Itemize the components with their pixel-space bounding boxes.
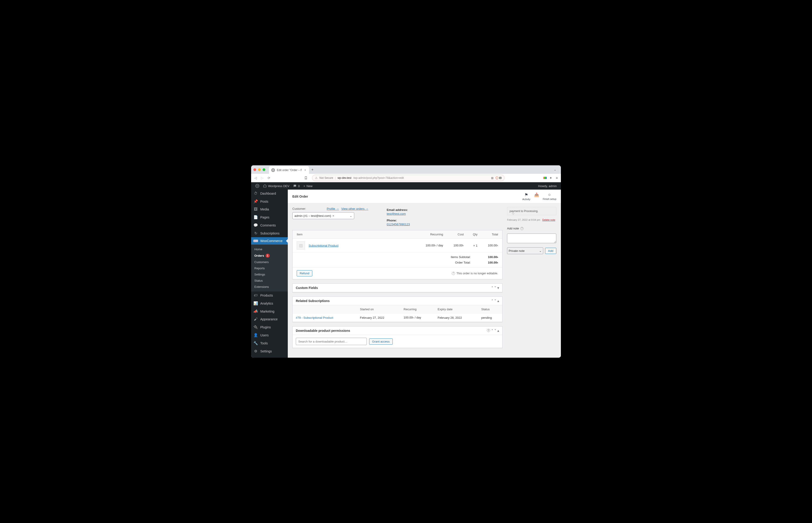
- add-note-button[interactable]: Add: [545, 248, 556, 254]
- delete-note-link[interactable]: Delete note: [542, 218, 555, 221]
- profile-link[interactable]: Profile →: [327, 207, 339, 211]
- sidebar-item-plugins[interactable]: 🔌Plugins: [251, 323, 288, 331]
- refund-button[interactable]: Refund: [297, 270, 312, 276]
- shield-icon[interactable]: 1: [495, 176, 501, 180]
- url-host: wp-dev.test: [337, 176, 351, 180]
- reload-button[interactable]: ⟳: [267, 175, 271, 181]
- forward-button[interactable]: ▷: [260, 175, 264, 181]
- extension-1-icon[interactable]: [544, 177, 547, 179]
- minimize-window-button[interactable]: [258, 168, 261, 171]
- sidebar-item-comments[interactable]: 💬Comments: [251, 221, 288, 229]
- sidebar-item-subscriptions[interactable]: ↻Subscriptions: [251, 229, 288, 237]
- qr-icon[interactable]: ▦: [491, 176, 494, 180]
- sidebar-item-users[interactable]: 👤Users: [251, 331, 288, 339]
- refresh-icon: ↻: [253, 231, 258, 235]
- clear-customer-button[interactable]: ×: [333, 214, 334, 218]
- subs-col-expiry: Expiry date: [435, 305, 478, 313]
- email-label: Email address:: [387, 208, 410, 212]
- sidebar-sub-settings[interactable]: Settings: [251, 271, 288, 277]
- sidebar-item-tools[interactable]: 🔧Tools: [251, 339, 288, 347]
- bookmark-button[interactable]: [303, 175, 308, 180]
- panel-up-button[interactable]: ˄: [492, 299, 493, 303]
- browser-tab[interactable]: Edit order "Order – February 27 ×: [269, 166, 309, 174]
- sidebar-item-settings[interactable]: ⚙Settings: [251, 347, 288, 355]
- close-tab-button[interactable]: ×: [304, 168, 307, 172]
- panel-down-button[interactable]: ˅: [494, 299, 496, 303]
- customer-select[interactable]: admin (#1 – test@test.com) × ⌄: [293, 212, 354, 219]
- back-button[interactable]: ◁: [253, 175, 258, 181]
- new-button[interactable]: +New: [301, 182, 314, 190]
- site-name: Wordpress DEV: [268, 184, 289, 188]
- related-subscriptions-panel: Related Subscriptions ˄ ˅ ▴ Started on: [293, 296, 502, 322]
- comments-button[interactable]: 0: [291, 182, 301, 190]
- items-col-cost: Cost: [443, 233, 464, 236]
- sidebar-item-pages[interactable]: 📄Pages: [251, 213, 288, 221]
- sidebar-sub-status[interactable]: Status: [251, 277, 288, 284]
- panel-up-button[interactable]: ˄: [492, 329, 493, 332]
- sidebar-sub-extensions[interactable]: Extensions: [251, 284, 288, 290]
- panel-up-button[interactable]: ˄: [492, 286, 493, 290]
- activity-tab[interactable]: ⚑ Activity: [523, 192, 530, 201]
- new-tab-button[interactable]: +: [311, 167, 314, 173]
- sidebar-item-woocommerce[interactable]: wooWooCommerce: [251, 237, 288, 245]
- sidebar-item-dashboard[interactable]: ⏱Dashboard: [251, 190, 288, 197]
- note-type-select[interactable]: Private note ⌄: [507, 247, 543, 254]
- finish-setup-tab[interactable]: ○ Finish setup: [543, 192, 556, 201]
- inbox-tab[interactable]: 📥: [534, 192, 539, 201]
- help-icon[interactable]: ?: [487, 329, 490, 332]
- close-window-button[interactable]: [253, 168, 256, 171]
- subscription-link[interactable]: #79 - Subscriptional Product: [296, 316, 333, 320]
- items-col-recurring: Recurring: [413, 233, 443, 236]
- subtotal-label: Items Subtotal:: [443, 255, 471, 259]
- maximize-window-button[interactable]: [263, 168, 265, 171]
- wrench-icon: 🔧: [253, 341, 258, 345]
- panel-toggle-button[interactable]: ▾: [497, 286, 499, 290]
- sidebar-item-appearance[interactable]: 🖌Appearance: [251, 315, 288, 323]
- add-note-textarea[interactable]: [507, 234, 556, 243]
- sidebar-item-posts[interactable]: 📌Posts: [251, 197, 288, 205]
- sidebar-sub-customers[interactable]: Customers: [251, 259, 288, 265]
- user-greeting[interactable]: Howdy, admin: [536, 182, 559, 190]
- browser-tab-strip: Edit order "Order – February 27 × + ⌄: [251, 165, 561, 174]
- panel-toggle-button[interactable]: ▴: [497, 329, 499, 332]
- panel-down-button[interactable]: ˅: [494, 286, 496, 290]
- tab-list-button[interactable]: ⌄: [551, 167, 559, 172]
- product-link[interactable]: Subscriptional Product: [308, 244, 338, 247]
- order-total-value: 100.00৳: [480, 261, 498, 265]
- help-icon[interactable]: ?: [520, 227, 524, 230]
- product-thumbnail[interactable]: ▨: [297, 241, 305, 250]
- not-secure-icon: ⚠: [315, 176, 318, 180]
- panel-toggle-button[interactable]: ▴: [497, 299, 499, 303]
- sidebar-sub-reports[interactable]: Reports: [251, 265, 288, 271]
- sidebar-sub-orders[interactable]: Orders1: [251, 252, 288, 259]
- items-col-total: Total: [477, 233, 498, 236]
- inbox-icon: 📥: [534, 192, 539, 197]
- sidebar-sub-home[interactable]: Home: [251, 246, 288, 252]
- dashboard-icon: ⏱: [253, 192, 258, 196]
- panel-down-button[interactable]: ˅: [494, 329, 496, 332]
- extensions-button[interactable]: ✦: [549, 176, 553, 180]
- user-icon: 👤: [253, 333, 258, 337]
- browser-menu-button[interactable]: ≡: [555, 176, 559, 180]
- download-search-input[interactable]: [296, 338, 367, 345]
- url-path: /wp-admin/post.php?post=78&action=edit: [353, 176, 404, 180]
- customer-phone-link[interactable]: 01234567890123: [387, 222, 410, 226]
- customer-email-link[interactable]: test@test.com: [387, 212, 406, 215]
- downloadable-permissions-panel: Downloadable product permissions ? ˄ ˅ ▴…: [293, 326, 502, 348]
- sidebar-item-media[interactable]: 🖼Media: [251, 205, 288, 213]
- address-bar[interactable]: ⚠ Not Secure | wp-dev.test/wp-admin/post…: [312, 175, 505, 181]
- site-name-button[interactable]: Wordpress DEV: [261, 182, 291, 190]
- custom-fields-title: Custom Fields: [296, 286, 318, 290]
- sidebar-item-products[interactable]: 🏷Products: [251, 291, 288, 299]
- grant-access-button[interactable]: Grant access: [369, 339, 393, 345]
- comment-icon: 💬: [253, 223, 258, 228]
- order-item-row: ▨ Subscriptional Product 100.00৳ / day 1…: [293, 239, 502, 253]
- wp-logo-button[interactable]: W: [253, 182, 261, 190]
- sidebar-item-analytics[interactable]: 📊Analytics: [251, 299, 288, 307]
- subs-col-started: Started on: [357, 305, 401, 313]
- help-icon: ?: [452, 272, 455, 275]
- sidebar-collapse-button[interactable]: ◀Collapse menu: [251, 355, 288, 358]
- sidebar-item-marketing[interactable]: 📣Marketing: [251, 307, 288, 315]
- page-icon: 📄: [253, 215, 258, 219]
- view-orders-link[interactable]: View other orders →: [341, 207, 368, 211]
